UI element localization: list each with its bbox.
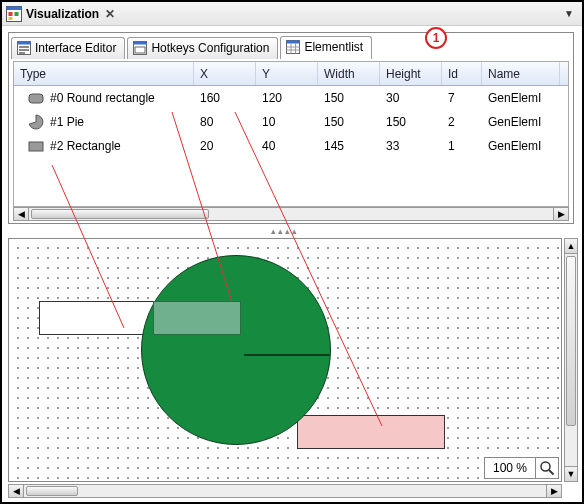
cell-name: GenElemI <box>482 115 560 129</box>
canvas-vertical-scrollbar[interactable]: ▲ ▼ <box>564 238 578 482</box>
svg-rect-9 <box>19 52 25 54</box>
col-id[interactable]: Id <box>442 62 482 85</box>
tab-hotkeys-configuration[interactable]: Hotkeys Configuration <box>127 37 278 59</box>
table-header-row: Type X Y Width Height Id Name <box>14 62 568 86</box>
scroll-right-button[interactable]: ▶ <box>553 207 569 221</box>
interface-editor-icon <box>17 41 31 55</box>
col-type[interactable]: Type <box>14 62 194 85</box>
elementlist-icon <box>286 40 300 54</box>
svg-line-22 <box>549 470 554 475</box>
tabbar: Interface Editor Hotkeys Configuration E… <box>9 33 573 59</box>
cell-id: 2 <box>442 115 482 129</box>
element-pie-1[interactable] <box>141 255 331 445</box>
svg-point-21 <box>541 462 550 471</box>
svg-rect-8 <box>19 49 29 51</box>
pie-icon <box>28 114 44 130</box>
table-horizontal-scrollbar[interactable]: ◀ ▶ <box>13 207 569 221</box>
cell-h: 33 <box>380 139 442 153</box>
visualization-app-icon <box>6 6 22 22</box>
element-rectangle-aux[interactable] <box>297 415 445 449</box>
tab-label: Hotkeys Configuration <box>151 41 269 55</box>
scroll-thumb[interactable] <box>26 486 78 496</box>
svg-rect-19 <box>29 94 43 103</box>
svg-rect-20 <box>29 142 43 151</box>
svg-rect-14 <box>287 41 300 44</box>
tab-interface-editor[interactable]: Interface Editor <box>11 37 125 59</box>
svg-rect-4 <box>9 17 13 20</box>
svg-rect-7 <box>19 46 29 48</box>
elementlist-pane: Interface Editor Hotkeys Configuration E… <box>8 32 574 224</box>
canvas-horizontal-scrollbar[interactable]: ◀ ▶ <box>8 484 562 498</box>
design-canvas[interactable]: 100 % <box>8 238 562 482</box>
window-title: Visualization <box>26 7 99 21</box>
cell-w: 145 <box>318 139 380 153</box>
cell-w: 150 <box>318 115 380 129</box>
type-label: #0 Round rectangle <box>50 91 155 105</box>
svg-rect-6 <box>18 42 31 45</box>
tab-label: Interface Editor <box>35 41 116 55</box>
rect-icon <box>28 138 44 154</box>
svg-rect-1 <box>7 6 22 10</box>
element-round-rectangle-0[interactable] <box>153 301 241 335</box>
cell-id: 7 <box>442 91 482 105</box>
col-name[interactable]: Name <box>482 62 560 85</box>
scroll-track[interactable] <box>564 254 578 466</box>
col-x[interactable]: X <box>194 62 256 85</box>
scroll-left-button[interactable]: ◀ <box>8 484 24 498</box>
zoom-control: 100 % <box>484 457 559 479</box>
zoom-percent: 100 % <box>485 458 536 478</box>
table-row[interactable]: #2 Rectangle 20 40 145 33 1 GenElemI <box>14 134 568 158</box>
table-row[interactable]: #1 Pie 80 10 150 150 2 GenElemI <box>14 110 568 134</box>
round-rect-icon <box>28 90 44 106</box>
zoom-magnifier-button[interactable] <box>536 458 558 478</box>
cell-y: 120 <box>256 91 318 105</box>
titlebar-menu-button[interactable]: ▼ <box>560 6 578 21</box>
col-y[interactable]: Y <box>256 62 318 85</box>
tab-elementlist[interactable]: Elementlist <box>280 36 372 59</box>
pane-splitter[interactable]: ▴▴▴▴ <box>8 226 562 236</box>
cell-name: GenElemI <box>482 91 560 105</box>
cell-name: GenElemI <box>482 139 560 153</box>
titlebar: Visualization ✕ ▼ <box>2 2 582 26</box>
cell-x: 80 <box>194 115 256 129</box>
element-rectangle-2[interactable] <box>39 301 157 335</box>
scroll-track[interactable] <box>29 207 553 221</box>
col-height[interactable]: Height <box>380 62 442 85</box>
cell-h: 30 <box>380 91 442 105</box>
scroll-up-button[interactable]: ▲ <box>564 238 578 254</box>
cell-w: 150 <box>318 91 380 105</box>
scroll-down-button[interactable]: ▼ <box>564 466 578 482</box>
cell-id: 1 <box>442 139 482 153</box>
svg-rect-11 <box>134 42 147 45</box>
type-label: #2 Rectangle <box>50 139 121 153</box>
cell-y: 40 <box>256 139 318 153</box>
cell-y: 10 <box>256 115 318 129</box>
tab-label: Elementlist <box>304 40 363 54</box>
hotkeys-icon <box>133 41 147 55</box>
cell-x: 20 <box>194 139 256 153</box>
scroll-thumb[interactable] <box>566 256 576 426</box>
svg-rect-3 <box>15 12 19 16</box>
magnifier-icon <box>539 460 555 476</box>
annotation-callout-1: 1 <box>425 27 447 49</box>
scroll-thumb[interactable] <box>31 209 209 219</box>
cell-x: 160 <box>194 91 256 105</box>
scroll-right-button[interactable]: ▶ <box>546 484 562 498</box>
elements-table: Type X Y Width Height Id Name #0 Round r… <box>13 61 569 207</box>
scroll-track[interactable] <box>24 484 546 498</box>
svg-rect-2 <box>9 12 13 16</box>
scroll-left-button[interactable]: ◀ <box>13 207 29 221</box>
table-row[interactable]: #0 Round rectangle 160 120 150 30 7 GenE… <box>14 86 568 110</box>
type-label: #1 Pie <box>50 115 84 129</box>
pie-divider <box>244 354 330 356</box>
cell-h: 150 <box>380 115 442 129</box>
close-tab-button[interactable]: ✕ <box>105 7 115 21</box>
col-width[interactable]: Width <box>318 62 380 85</box>
